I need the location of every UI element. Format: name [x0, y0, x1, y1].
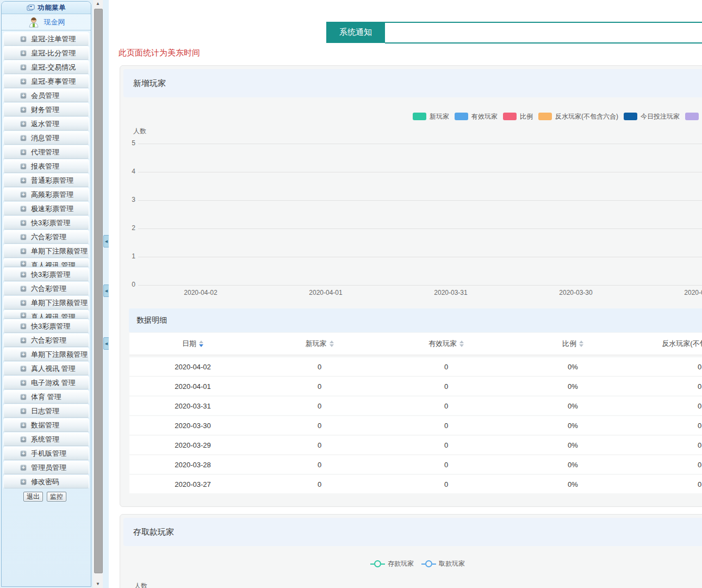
deposit-legend-item[interactable]: 存款玩家: [370, 559, 414, 568]
sidebar-item[interactable]: +返水管理: [3, 117, 89, 131]
legend-item[interactable]: 新玩家: [413, 112, 449, 121]
sidebar-item[interactable]: +真人视讯 管理: [3, 258, 89, 267]
expand-plus-icon[interactable]: +: [20, 92, 27, 99]
sidebar-item[interactable]: +消息管理: [3, 131, 89, 145]
monitor-button[interactable]: 监控: [47, 492, 66, 502]
sidebar-item[interactable]: +修改密码: [3, 475, 89, 488]
expand-plus-icon[interactable]: +: [20, 394, 27, 400]
sort-up-icon[interactable]: [330, 341, 334, 343]
column-header-4[interactable]: 反水玩家(不包含六合): [636, 333, 702, 355]
sort-carets-icon[interactable]: [330, 341, 334, 347]
expand-plus-icon[interactable]: +: [20, 300, 27, 306]
user-name-link[interactable]: 现金网: [44, 17, 65, 27]
sort-up-icon[interactable]: [459, 341, 464, 343]
sidebar-item[interactable]: +会员管理: [3, 89, 89, 102]
expand-plus-icon[interactable]: +: [20, 422, 27, 429]
sort-carets-icon[interactable]: [579, 341, 583, 347]
sort-down-icon[interactable]: [199, 344, 203, 347]
sidebar-item[interactable]: +系统管理: [3, 432, 89, 446]
expand-plus-icon[interactable]: +: [20, 450, 27, 457]
sort-down-icon[interactable]: [330, 344, 334, 347]
sidebar-item[interactable]: +真人视讯 管理: [3, 362, 89, 375]
sidebar-item[interactable]: +日志管理: [3, 404, 89, 418]
scrollbar-up-arrow[interactable]: ▲: [93, 0, 103, 8]
expand-plus-icon[interactable]: +: [20, 64, 27, 71]
logout-button[interactable]: 退出: [23, 492, 43, 502]
expand-plus-icon[interactable]: +: [20, 312, 27, 319]
expand-plus-icon[interactable]: +: [20, 107, 27, 113]
expand-plus-icon[interactable]: +: [20, 323, 27, 330]
sidebar-scrollbar[interactable]: ▲ ▼: [93, 0, 103, 588]
expand-plus-icon[interactable]: +: [20, 135, 27, 141]
sort-up-icon[interactable]: [579, 341, 583, 343]
expand-plus-icon[interactable]: +: [20, 191, 27, 198]
sidebar-item[interactable]: +体育 管理: [3, 390, 89, 404]
sidebar-item[interactable]: +数据管理: [3, 418, 89, 432]
sidebar-item[interactable]: +极速彩票管理: [3, 202, 89, 215]
column-header-2[interactable]: 有效玩家: [383, 333, 510, 355]
expand-plus-icon[interactable]: +: [20, 149, 27, 156]
sidebar-item[interactable]: +六合彩管理: [3, 333, 89, 347]
sidebar-item[interactable]: +皇冠-注单管理: [3, 32, 89, 46]
expand-plus-icon[interactable]: +: [20, 286, 27, 292]
expand-plus-icon[interactable]: +: [20, 351, 27, 358]
sort-down-icon[interactable]: [579, 344, 583, 347]
expand-plus-icon[interactable]: +: [20, 36, 27, 42]
sidebar-item[interactable]: +皇冠-交易情况: [3, 60, 89, 74]
expand-plus-icon[interactable]: +: [20, 479, 27, 485]
expand-plus-icon[interactable]: +: [20, 271, 27, 278]
expand-plus-icon[interactable]: +: [20, 337, 27, 344]
sidebar-item[interactable]: +皇冠-比分管理: [3, 46, 89, 60]
legend-item[interactable]: 电: [685, 112, 702, 121]
legend-item[interactable]: 有效玩家: [455, 112, 498, 121]
expand-plus-icon[interactable]: +: [20, 50, 27, 57]
expand-plus-icon[interactable]: +: [20, 366, 27, 372]
sidebar-item[interactable]: +快3彩票管理: [3, 268, 89, 281]
sidebar-item[interactable]: +报表管理: [3, 159, 89, 173]
expand-plus-icon[interactable]: +: [20, 206, 27, 212]
sidebar-item[interactable]: +单期下注限额管理: [3, 244, 89, 258]
sort-down-icon[interactable]: [459, 344, 464, 347]
sidebar: 功能菜单 现金网 +皇冠-注单管理+皇冠-比分管理+皇冠-交易情况+皇冠-赛事管…: [1, 1, 91, 587]
sidebar-item[interactable]: +快3彩票管理: [3, 319, 89, 333]
sidebar-item[interactable]: +手机版管理: [3, 447, 89, 460]
expand-plus-icon[interactable]: +: [20, 163, 27, 170]
sidebar-item[interactable]: +管理员管理: [3, 461, 89, 474]
expand-plus-icon[interactable]: +: [20, 380, 27, 386]
column-header-3[interactable]: 比例: [510, 333, 636, 355]
sidebar-item[interactable]: +代理管理: [3, 145, 89, 159]
scrollbar-thumb[interactable]: [94, 9, 103, 573]
sidebar-item[interactable]: +真人视讯 管理: [3, 310, 89, 319]
sidebar-item[interactable]: +快3彩票管理: [3, 216, 89, 230]
column-header-0[interactable]: 日期: [129, 333, 256, 355]
sidebar-item[interactable]: +六合彩管理: [3, 282, 89, 295]
sidebar-item[interactable]: +电子游戏 管理: [3, 376, 89, 389]
sidebar-item[interactable]: +高频彩票管理: [3, 188, 89, 201]
expand-plus-icon[interactable]: +: [20, 261, 27, 267]
deposit-legend-item[interactable]: 取款玩家: [421, 559, 465, 568]
legend-item[interactable]: 今日投注玩家: [624, 112, 680, 121]
expand-plus-icon[interactable]: +: [20, 436, 27, 443]
expand-plus-icon[interactable]: +: [20, 177, 27, 184]
expand-plus-icon[interactable]: +: [20, 465, 27, 471]
scrollbar-down-arrow[interactable]: ▼: [93, 580, 103, 588]
sort-carets-icon[interactable]: [459, 341, 464, 347]
sidebar-item[interactable]: +六合彩管理: [3, 230, 89, 244]
sidebar-item[interactable]: +单期下注限额管理: [3, 348, 89, 361]
sort-carets-icon[interactable]: [199, 341, 203, 347]
column-header-1[interactable]: 新玩家: [256, 333, 383, 355]
expand-plus-icon[interactable]: +: [20, 408, 27, 414]
sidebar-item[interactable]: +普通彩票管理: [3, 174, 89, 187]
expand-plus-icon[interactable]: +: [20, 121, 27, 127]
tab-system-notice[interactable]: 系统通知: [326, 22, 385, 43]
sidebar-item[interactable]: +皇冠-赛事管理: [3, 75, 89, 88]
expand-plus-icon[interactable]: +: [20, 234, 27, 240]
expand-plus-icon[interactable]: +: [20, 220, 27, 226]
sidebar-item[interactable]: +单期下注限额管理: [3, 296, 89, 310]
legend-item[interactable]: 反水玩家(不包含六合): [538, 112, 618, 121]
legend-item[interactable]: 比例: [503, 112, 533, 121]
sort-up-icon[interactable]: [199, 341, 203, 343]
sidebar-item[interactable]: +财务管理: [3, 103, 89, 116]
expand-plus-icon[interactable]: +: [20, 248, 27, 255]
expand-plus-icon[interactable]: +: [20, 78, 27, 85]
